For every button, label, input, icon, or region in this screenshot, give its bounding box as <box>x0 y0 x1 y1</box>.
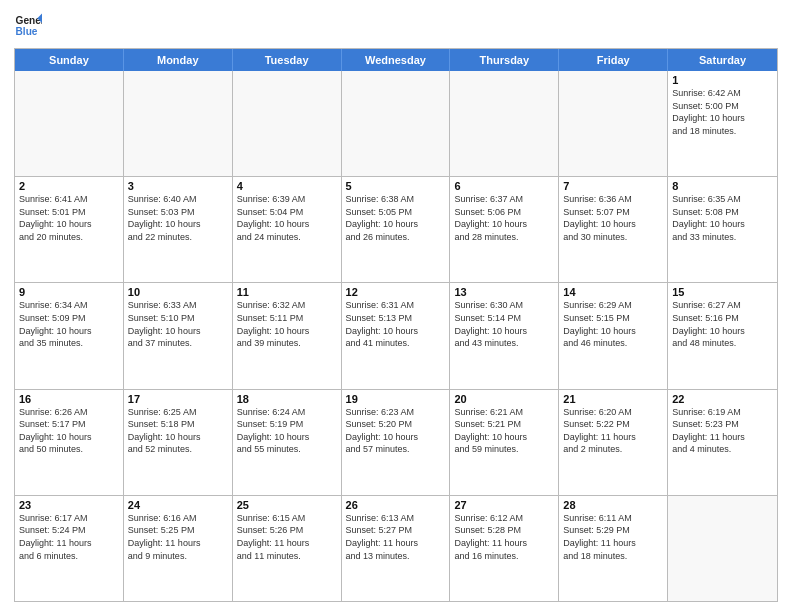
calendar-cell: 10Sunrise: 6:33 AM Sunset: 5:10 PM Dayli… <box>124 283 233 388</box>
cell-info: Sunrise: 6:25 AM Sunset: 5:18 PM Dayligh… <box>128 406 228 456</box>
cell-info: Sunrise: 6:13 AM Sunset: 5:27 PM Dayligh… <box>346 512 446 562</box>
cell-info: Sunrise: 6:34 AM Sunset: 5:09 PM Dayligh… <box>19 299 119 349</box>
logo-icon: General Blue <box>14 12 42 40</box>
cell-info: Sunrise: 6:42 AM Sunset: 5:00 PM Dayligh… <box>672 87 773 137</box>
weekday-header: Friday <box>559 49 668 71</box>
calendar-cell: 2Sunrise: 6:41 AM Sunset: 5:01 PM Daylig… <box>15 177 124 282</box>
calendar-cell: 1Sunrise: 6:42 AM Sunset: 5:00 PM Daylig… <box>668 71 777 176</box>
day-number: 21 <box>563 393 663 405</box>
calendar-cell <box>342 71 451 176</box>
day-number: 14 <box>563 286 663 298</box>
cell-info: Sunrise: 6:16 AM Sunset: 5:25 PM Dayligh… <box>128 512 228 562</box>
calendar-row: 1Sunrise: 6:42 AM Sunset: 5:00 PM Daylig… <box>15 71 777 176</box>
cell-info: Sunrise: 6:30 AM Sunset: 5:14 PM Dayligh… <box>454 299 554 349</box>
day-number: 2 <box>19 180 119 192</box>
calendar-body: 1Sunrise: 6:42 AM Sunset: 5:00 PM Daylig… <box>15 71 777 601</box>
day-number: 3 <box>128 180 228 192</box>
calendar-row: 23Sunrise: 6:17 AM Sunset: 5:24 PM Dayli… <box>15 495 777 601</box>
calendar-row: 9Sunrise: 6:34 AM Sunset: 5:09 PM Daylig… <box>15 282 777 388</box>
cell-info: Sunrise: 6:38 AM Sunset: 5:05 PM Dayligh… <box>346 193 446 243</box>
calendar-cell: 9Sunrise: 6:34 AM Sunset: 5:09 PM Daylig… <box>15 283 124 388</box>
calendar-header: SundayMondayTuesdayWednesdayThursdayFrid… <box>15 49 777 71</box>
cell-info: Sunrise: 6:31 AM Sunset: 5:13 PM Dayligh… <box>346 299 446 349</box>
calendar-cell <box>450 71 559 176</box>
calendar-cell: 23Sunrise: 6:17 AM Sunset: 5:24 PM Dayli… <box>15 496 124 601</box>
day-number: 9 <box>19 286 119 298</box>
day-number: 7 <box>563 180 663 192</box>
calendar-cell: 27Sunrise: 6:12 AM Sunset: 5:28 PM Dayli… <box>450 496 559 601</box>
cell-info: Sunrise: 6:35 AM Sunset: 5:08 PM Dayligh… <box>672 193 773 243</box>
cell-info: Sunrise: 6:21 AM Sunset: 5:21 PM Dayligh… <box>454 406 554 456</box>
day-number: 1 <box>672 74 773 86</box>
calendar-cell: 15Sunrise: 6:27 AM Sunset: 5:16 PM Dayli… <box>668 283 777 388</box>
cell-info: Sunrise: 6:11 AM Sunset: 5:29 PM Dayligh… <box>563 512 663 562</box>
cell-info: Sunrise: 6:12 AM Sunset: 5:28 PM Dayligh… <box>454 512 554 562</box>
day-number: 13 <box>454 286 554 298</box>
calendar-cell: 3Sunrise: 6:40 AM Sunset: 5:03 PM Daylig… <box>124 177 233 282</box>
svg-text:Blue: Blue <box>16 26 38 37</box>
day-number: 19 <box>346 393 446 405</box>
calendar-cell: 18Sunrise: 6:24 AM Sunset: 5:19 PM Dayli… <box>233 390 342 495</box>
calendar-cell: 22Sunrise: 6:19 AM Sunset: 5:23 PM Dayli… <box>668 390 777 495</box>
calendar-cell: 12Sunrise: 6:31 AM Sunset: 5:13 PM Dayli… <box>342 283 451 388</box>
calendar-cell <box>233 71 342 176</box>
calendar-cell <box>668 496 777 601</box>
weekday-header: Wednesday <box>342 49 451 71</box>
calendar-cell: 19Sunrise: 6:23 AM Sunset: 5:20 PM Dayli… <box>342 390 451 495</box>
day-number: 12 <box>346 286 446 298</box>
weekday-header: Thursday <box>450 49 559 71</box>
calendar-cell: 7Sunrise: 6:36 AM Sunset: 5:07 PM Daylig… <box>559 177 668 282</box>
day-number: 11 <box>237 286 337 298</box>
logo: General Blue <box>14 12 42 40</box>
calendar-row: 2Sunrise: 6:41 AM Sunset: 5:01 PM Daylig… <box>15 176 777 282</box>
calendar-cell <box>124 71 233 176</box>
weekday-header: Tuesday <box>233 49 342 71</box>
day-number: 17 <box>128 393 228 405</box>
cell-info: Sunrise: 6:37 AM Sunset: 5:06 PM Dayligh… <box>454 193 554 243</box>
calendar-cell: 20Sunrise: 6:21 AM Sunset: 5:21 PM Dayli… <box>450 390 559 495</box>
calendar-cell: 24Sunrise: 6:16 AM Sunset: 5:25 PM Dayli… <box>124 496 233 601</box>
day-number: 8 <box>672 180 773 192</box>
cell-info: Sunrise: 6:24 AM Sunset: 5:19 PM Dayligh… <box>237 406 337 456</box>
calendar-row: 16Sunrise: 6:26 AM Sunset: 5:17 PM Dayli… <box>15 389 777 495</box>
calendar-cell: 14Sunrise: 6:29 AM Sunset: 5:15 PM Dayli… <box>559 283 668 388</box>
day-number: 4 <box>237 180 337 192</box>
calendar-cell: 28Sunrise: 6:11 AM Sunset: 5:29 PM Dayli… <box>559 496 668 601</box>
calendar-cell: 4Sunrise: 6:39 AM Sunset: 5:04 PM Daylig… <box>233 177 342 282</box>
cell-info: Sunrise: 6:26 AM Sunset: 5:17 PM Dayligh… <box>19 406 119 456</box>
calendar-cell: 5Sunrise: 6:38 AM Sunset: 5:05 PM Daylig… <box>342 177 451 282</box>
svg-text:General: General <box>16 15 42 26</box>
day-number: 23 <box>19 499 119 511</box>
calendar-cell: 25Sunrise: 6:15 AM Sunset: 5:26 PM Dayli… <box>233 496 342 601</box>
calendar-cell: 11Sunrise: 6:32 AM Sunset: 5:11 PM Dayli… <box>233 283 342 388</box>
day-number: 18 <box>237 393 337 405</box>
calendar: SundayMondayTuesdayWednesdayThursdayFrid… <box>14 48 778 602</box>
cell-info: Sunrise: 6:41 AM Sunset: 5:01 PM Dayligh… <box>19 193 119 243</box>
day-number: 20 <box>454 393 554 405</box>
day-number: 26 <box>346 499 446 511</box>
day-number: 27 <box>454 499 554 511</box>
calendar-cell: 17Sunrise: 6:25 AM Sunset: 5:18 PM Dayli… <box>124 390 233 495</box>
calendar-cell: 13Sunrise: 6:30 AM Sunset: 5:14 PM Dayli… <box>450 283 559 388</box>
calendar-cell <box>559 71 668 176</box>
day-number: 6 <box>454 180 554 192</box>
cell-info: Sunrise: 6:40 AM Sunset: 5:03 PM Dayligh… <box>128 193 228 243</box>
cell-info: Sunrise: 6:39 AM Sunset: 5:04 PM Dayligh… <box>237 193 337 243</box>
day-number: 25 <box>237 499 337 511</box>
calendar-cell: 21Sunrise: 6:20 AM Sunset: 5:22 PM Dayli… <box>559 390 668 495</box>
day-number: 10 <box>128 286 228 298</box>
cell-info: Sunrise: 6:15 AM Sunset: 5:26 PM Dayligh… <box>237 512 337 562</box>
day-number: 5 <box>346 180 446 192</box>
header: General Blue <box>14 12 778 40</box>
page: General Blue SundayMondayTuesdayWednesda… <box>0 0 792 612</box>
cell-info: Sunrise: 6:36 AM Sunset: 5:07 PM Dayligh… <box>563 193 663 243</box>
day-number: 24 <box>128 499 228 511</box>
day-number: 16 <box>19 393 119 405</box>
cell-info: Sunrise: 6:20 AM Sunset: 5:22 PM Dayligh… <box>563 406 663 456</box>
cell-info: Sunrise: 6:23 AM Sunset: 5:20 PM Dayligh… <box>346 406 446 456</box>
calendar-cell: 8Sunrise: 6:35 AM Sunset: 5:08 PM Daylig… <box>668 177 777 282</box>
weekday-header: Saturday <box>668 49 777 71</box>
calendar-cell <box>15 71 124 176</box>
day-number: 22 <box>672 393 773 405</box>
weekday-header: Sunday <box>15 49 124 71</box>
